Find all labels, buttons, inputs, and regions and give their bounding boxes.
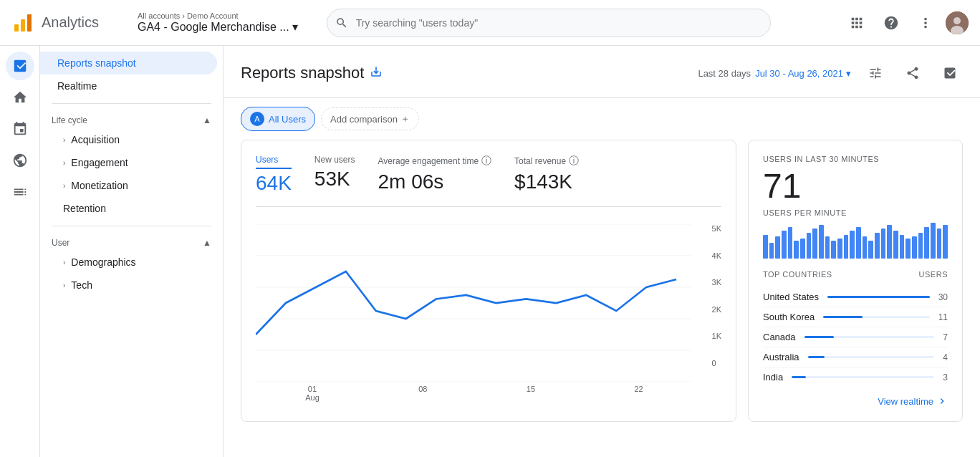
country-row[interactable]: United States 30 xyxy=(763,287,948,307)
country-name: Canada xyxy=(763,332,796,342)
tech-chevron-icon: › xyxy=(63,282,65,289)
dropdown-chevron-icon: ▾ xyxy=(292,20,298,34)
bar-mini xyxy=(943,225,948,259)
customize-report-button[interactable] xyxy=(863,60,888,86)
bar-mini xyxy=(794,241,799,259)
share-icon xyxy=(905,66,920,80)
country-bar-wrapper xyxy=(808,356,935,358)
sidebar-icon-home[interactable] xyxy=(6,83,34,112)
metric-engagement-value: 2m 06s xyxy=(378,170,492,193)
sidebar-icon-table[interactable] xyxy=(6,178,34,206)
home-icon xyxy=(12,90,28,105)
bar-mini xyxy=(812,228,817,259)
bar-mini xyxy=(937,228,942,259)
add-comparison-button[interactable]: Add comparison ＋ xyxy=(321,107,419,130)
nav-monetization[interactable]: › Monetization xyxy=(40,174,223,197)
country-users-count: 4 xyxy=(943,352,948,362)
engagement-chevron-icon: › xyxy=(63,159,65,167)
line-chart-svg xyxy=(256,224,721,382)
lifecycle-collapse-icon[interactable]: ▲ xyxy=(203,115,211,125)
help-icon-button[interactable] xyxy=(877,9,905,37)
more-vert-icon-button[interactable] xyxy=(911,9,940,37)
line-chart-container: 5K 4K 3K 2K 1K 0 xyxy=(256,224,721,382)
metric-users-label: Users xyxy=(256,155,292,169)
chart-y-labels: 5K 4K 3K 2K 1K 0 xyxy=(712,224,721,382)
user-collapse-icon[interactable]: ▲ xyxy=(203,238,211,248)
metric-users-value: 64K xyxy=(256,172,292,195)
country-name: Australia xyxy=(763,352,799,362)
arrow-right-icon xyxy=(936,395,948,407)
country-row[interactable]: South Korea 11 xyxy=(763,307,948,327)
nav-sidebar: Reports snapshot Realtime Life cycle ▲ ›… xyxy=(40,46,224,457)
bar-mini xyxy=(875,233,880,259)
apps-icon-button[interactable] xyxy=(842,9,871,37)
bar-mini xyxy=(887,225,892,259)
country-row[interactable]: India 3 xyxy=(763,367,948,387)
user-section-label: User ▲ xyxy=(40,232,223,251)
metric-revenue-label: Total revenue ⓘ xyxy=(514,155,579,168)
bar-mini xyxy=(856,227,861,259)
all-users-avatar: A xyxy=(250,112,264,126)
reports-export-icon[interactable] xyxy=(370,65,383,82)
top-nav: Analytics All accounts › Demo Account GA… xyxy=(0,0,980,46)
view-realtime-link[interactable]: View realtime xyxy=(763,395,948,407)
nav-demographics[interactable]: › Demographics xyxy=(40,251,223,274)
country-row[interactable]: Australia 4 xyxy=(763,347,948,367)
metric-new-users[interactable]: New users 53K xyxy=(314,155,355,195)
monetization-chevron-icon: › xyxy=(63,182,65,190)
reports-title: Reports snapshot xyxy=(241,64,383,82)
reports-icon xyxy=(12,58,28,74)
nav-realtime[interactable]: Realtime xyxy=(40,74,223,97)
sidebar-icon-explore[interactable] xyxy=(6,146,34,175)
bar-mini xyxy=(807,233,812,259)
metric-revenue[interactable]: Total revenue ⓘ $143K xyxy=(514,155,579,195)
metric-engagement[interactable]: Average engagement time ⓘ 2m 06s xyxy=(378,155,492,195)
svg-point-4 xyxy=(953,17,961,24)
main-layout: Reports snapshot Realtime Life cycle ▲ ›… xyxy=(0,46,980,457)
bar-mini xyxy=(775,236,780,259)
sidebar-icon-reports[interactable] xyxy=(6,52,34,80)
nav-engagement[interactable]: › Engagement xyxy=(40,151,223,174)
nav-reports-snapshot[interactable]: Reports snapshot xyxy=(40,52,217,74)
country-users-count: 30 xyxy=(938,292,948,302)
country-users-count: 11 xyxy=(938,312,948,322)
top-countries-label: TOP COUNTRIES xyxy=(763,270,832,279)
country-users-count: 7 xyxy=(943,332,948,342)
countries-header: TOP COUNTRIES USERS xyxy=(763,270,948,282)
metric-users[interactable]: Users 64K xyxy=(256,155,292,195)
share-report-button[interactable] xyxy=(900,60,926,86)
add-comparison-plus-icon: ＋ xyxy=(400,112,410,125)
analytics-logo-icon xyxy=(11,11,34,34)
reports-header-right: Last 28 days Jul 30 - Aug 26, 2021 ▾ xyxy=(698,60,963,86)
insights-button[interactable] xyxy=(937,60,963,86)
icon-sidebar xyxy=(0,46,40,457)
nav-tech[interactable]: › Tech xyxy=(40,274,223,297)
bar-mini xyxy=(837,239,842,259)
country-row[interactable]: Canada 7 xyxy=(763,327,948,347)
date-range-button[interactable]: Jul 30 - Aug 26, 2021 ▾ xyxy=(755,68,851,79)
avatar[interactable] xyxy=(946,11,969,34)
all-users-filter-chip[interactable]: A All Users xyxy=(241,107,315,131)
search-input[interactable] xyxy=(327,9,771,37)
bar-mini xyxy=(900,235,905,259)
bar-mini xyxy=(819,225,824,259)
search-bar xyxy=(327,9,771,37)
users-per-minute-chart xyxy=(763,223,948,259)
bar-mini xyxy=(924,227,929,259)
country-bar-wrapper xyxy=(792,376,934,378)
apps-icon xyxy=(849,15,865,31)
nav-acquisition[interactable]: › Acquisition xyxy=(40,128,223,151)
logo-area: Analytics xyxy=(11,11,126,34)
insights-icon xyxy=(943,66,957,80)
lifecycle-section-label: Life cycle ▲ xyxy=(40,110,223,128)
realtime-title: USERS IN LAST 30 MINUTES xyxy=(763,155,948,163)
country-name: India xyxy=(763,372,783,383)
account-selector[interactable]: All accounts › Demo Account GA4 - Google… xyxy=(138,11,298,34)
bar-mini xyxy=(881,228,886,259)
nav-retention[interactable]: Retention xyxy=(40,197,223,220)
users-per-minute-label: USERS PER MINUTE xyxy=(763,208,948,217)
sidebar-icon-chart[interactable] xyxy=(6,115,34,143)
bar-mini xyxy=(863,236,868,259)
app-title: Analytics xyxy=(42,14,99,31)
account-name[interactable]: GA4 - Google Merchandise ... ▾ xyxy=(138,20,298,34)
